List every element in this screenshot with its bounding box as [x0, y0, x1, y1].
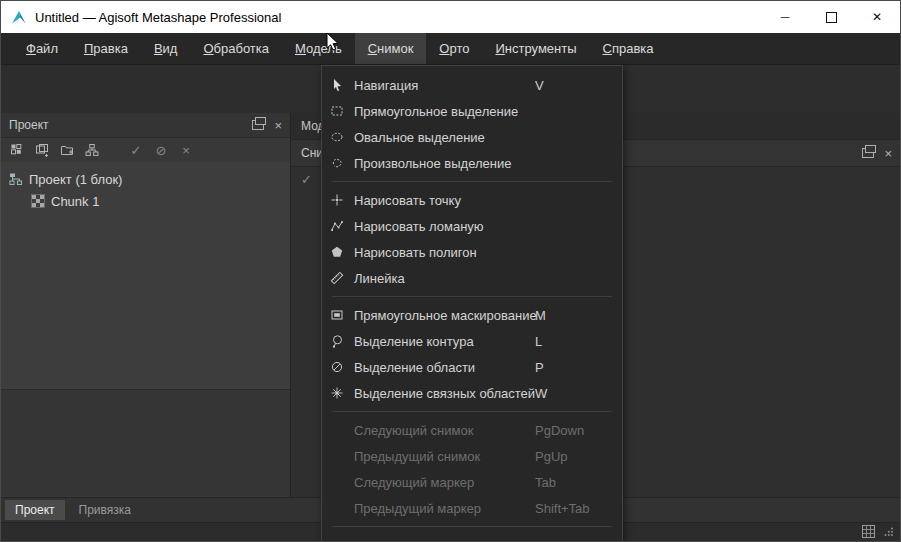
menu-ortho[interactable]: Орто [426, 33, 482, 64]
menu-view[interactable]: Вид [141, 33, 191, 64]
menu-item-next-photo[interactable]: Следующий снимок PgDown [322, 417, 622, 443]
menu-item-prev-marker[interactable]: Предыдущий маркер Shift+Tab [322, 495, 622, 521]
menu-ortho-label: Орто [439, 33, 469, 64]
menu-item-label: Овальное выделение [354, 130, 485, 145]
disable-icon: ⊘ [156, 144, 167, 157]
project-panel-lower-pane [1, 390, 290, 496]
batch-process-button[interactable] [84, 142, 100, 158]
menu-item-draw-polygon[interactable]: Нарисовать полигон [322, 239, 622, 265]
float-panel-icon[interactable] [252, 120, 264, 130]
enable-photo-icon[interactable]: ✓ [301, 173, 312, 186]
menu-item-shortcut: Tab [535, 475, 556, 490]
menu-item-shortcut: M [535, 308, 546, 323]
tree-item-chunk[interactable]: Chunk 1 [1, 190, 290, 212]
draw-polyline-icon [330, 218, 354, 234]
add-folder-button[interactable] [59, 142, 75, 158]
menu-item-draw-point[interactable]: Нарисовать точку [322, 187, 622, 213]
menu-help-label: Справка [603, 33, 654, 64]
menu-help[interactable]: Справка [590, 33, 667, 64]
no-icon [330, 422, 354, 438]
window-controls: ─ ✕ [762, 1, 900, 33]
window-title: Untitled — Agisoft Metashape Professiona… [35, 10, 281, 25]
float-panel-icon[interactable] [862, 148, 874, 158]
menu-item-draw-polyline[interactable]: Нарисовать ломаную [322, 213, 622, 239]
menu-tools-label: Инструменты [495, 33, 576, 64]
menu-item-shortcut: PgUp [535, 449, 568, 464]
menu-file[interactable]: Файл [13, 33, 71, 64]
tree-item-label: Проект (1 блок) [29, 172, 122, 187]
menu-item-oval-selection[interactable]: Овальное выделение [322, 124, 622, 150]
menu-item-navigation[interactable]: Навигация V [322, 72, 622, 98]
menu-item-next-marker[interactable]: Следующий маркер Tab [322, 469, 622, 495]
menu-photo-label: Снимок [368, 33, 414, 64]
submenu-arrow-icon: ▸ [606, 539, 612, 542]
menu-edit[interactable]: Правка [71, 33, 141, 64]
project-panel: Проект × ✓ ⊘ × [1, 113, 291, 497]
tab-reference-label: Привязка [79, 503, 131, 517]
minimize-button[interactable]: ─ [762, 1, 808, 33]
no-icon [330, 500, 354, 516]
menu-item-connected-areas-selection[interactable]: Выделение связных областей W [322, 380, 622, 406]
menu-item-label: Следующий снимок [354, 423, 473, 438]
menu-view-label: Вид [154, 33, 178, 64]
menu-item-shortcut: P [535, 360, 544, 375]
menu-separator [332, 296, 612, 297]
menu-item-label: Линейка [354, 271, 405, 286]
close-button[interactable]: ✕ [854, 1, 900, 33]
menu-model[interactable]: Модель [282, 33, 355, 64]
contour-selection-icon [330, 333, 354, 349]
tree-item-project-root[interactable]: Проект (1 блок) [1, 168, 290, 190]
chunk-icon [31, 194, 45, 208]
menu-item-shortcut: PgDown [535, 423, 584, 438]
close-panel-icon[interactable]: × [884, 147, 892, 160]
add-folder-icon [60, 143, 74, 157]
tab-project[interactable]: Проект [5, 500, 65, 520]
menu-item-ruler[interactable]: Линейка [322, 265, 622, 291]
area-selection-icon [330, 359, 354, 375]
rectangle-masking-icon [330, 307, 354, 323]
add-chunk-button[interactable] [9, 142, 25, 158]
resize-grip-icon[interactable] [883, 526, 894, 537]
close-panel-icon[interactable]: × [274, 119, 282, 132]
menu-item-label: Нарисовать точку [354, 193, 461, 208]
disable-item-button[interactable]: ⊘ [153, 142, 169, 158]
app-window: Untitled — Agisoft Metashape Professiona… [0, 0, 901, 542]
enable-item-button[interactable]: ✓ [128, 142, 144, 158]
remove-item-button[interactable]: × [178, 142, 194, 158]
project-tree-icon [9, 172, 23, 186]
menu-file-label: Файл [26, 33, 58, 64]
menu-item-label: Прямоугольное маскирование [354, 308, 537, 323]
no-icon [330, 537, 354, 542]
no-icon [330, 474, 354, 490]
menu-item-shortcut: L [535, 334, 542, 349]
menu-item-contour-selection[interactable]: Выделение контура L [322, 328, 622, 354]
menu-item-label: Выделение контура [354, 334, 474, 349]
menu-photo[interactable]: Снимок [355, 33, 427, 64]
menu-item-label: Показать/скрыть [354, 538, 454, 542]
menu-item-freeform-selection[interactable]: Произвольное выделение [322, 150, 622, 176]
menu-item-show-hide[interactable]: Показать/скрыть ▸ [322, 532, 622, 542]
menu-item-label: Выделение связных областей [354, 386, 535, 401]
menu-item-rect-masking[interactable]: Прямоугольное маскирование M [322, 302, 622, 328]
status-grid-icon[interactable] [862, 525, 875, 538]
mouse-cursor [326, 32, 340, 52]
draw-polygon-icon [330, 244, 354, 260]
menu-workflow-label: Обработка [203, 33, 269, 64]
menu-tools[interactable]: Инструменты [482, 33, 589, 64]
ruler-icon [330, 270, 354, 286]
project-panel-header: Проект × [1, 113, 290, 138]
maximize-button[interactable] [808, 1, 854, 33]
app-logo-icon[interactable] [10, 9, 27, 26]
no-icon [330, 448, 354, 464]
add-photos-button[interactable] [34, 142, 50, 158]
menu-item-shortcut: Shift+Tab [535, 501, 590, 516]
minimize-icon: ─ [781, 10, 790, 24]
menu-item-prev-photo[interactable]: Предыдущий снимок PgUp [322, 443, 622, 469]
menu-workflow[interactable]: Обработка [190, 33, 282, 64]
menu-item-rect-selection[interactable]: Прямоугольное выделение [322, 98, 622, 124]
tab-reference[interactable]: Привязка [69, 500, 141, 520]
menu-item-label: Прямоугольное выделение [354, 104, 518, 119]
maximize-icon [826, 12, 837, 23]
freeform-selection-icon [330, 155, 354, 171]
menu-item-area-selection[interactable]: Выделение области P [322, 354, 622, 380]
